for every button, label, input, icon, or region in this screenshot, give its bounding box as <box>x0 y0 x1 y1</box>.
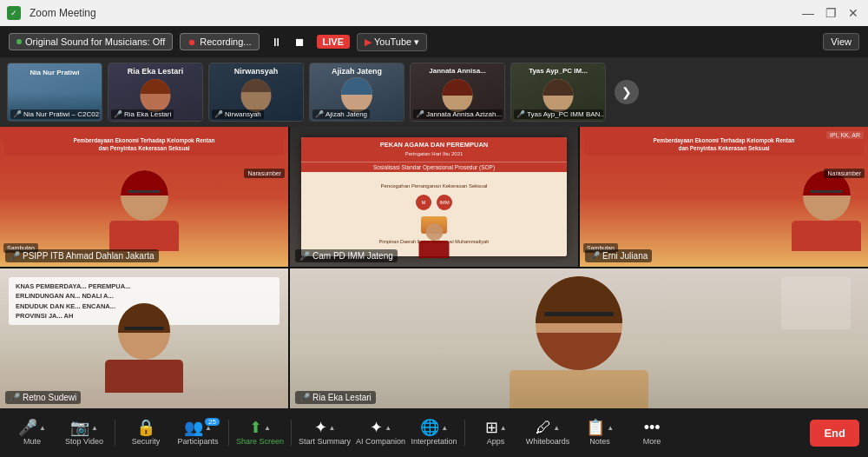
divider-2 <box>228 420 229 446</box>
minimize-button[interactable]: — <box>800 5 816 21</box>
whiteboards-label: Whiteboards <box>526 437 570 446</box>
live-badge: LIVE <box>317 35 350 49</box>
mic-muted-icon: 🎤 <box>13 110 22 118</box>
mic-muted-icon-5: 🎤 <box>516 110 525 118</box>
pause-button[interactable]: ⏸ <box>266 34 286 50</box>
participant-thumb-1[interactable]: Ria Eka Lestari 🎤 Ria Eka Lestari <box>108 63 203 122</box>
whiteboards-group[interactable]: 🖊 ▲ Whiteboards <box>524 420 571 446</box>
window-title: Zoom Meeting <box>30 7 96 19</box>
ai-icon: ✦ <box>370 420 383 435</box>
participant-thumb-0[interactable]: Nia Nur Pratiwi 🎤 Nia Nur Pratiwi – C2C0… <box>7 63 102 122</box>
whiteboard-chevron-icon: ▲ <box>553 424 560 432</box>
sound-dot <box>16 39 22 44</box>
video-cell-3: KNAS PEMBERDAYA... PEREMPUA... ERLINDUNG… <box>0 268 288 408</box>
video-cell-2: Pemberdayaan Ekonomi Terhadap Kelompok R… <box>580 127 868 267</box>
notes-group[interactable]: 📋 ▲ Notes <box>576 420 623 446</box>
divider-3 <box>291 420 292 446</box>
participant-thumb-2[interactable]: Nirwansyah 🎤 Nirwansyah <box>208 63 304 122</box>
apps-icon: ⊞ <box>485 420 498 435</box>
stop-video-group[interactable]: 📷 ▲ Stop Video <box>61 420 108 446</box>
window-controls: — ❐ ✕ <box>800 5 861 21</box>
participant-label-5: 🎤 Tyas Ayp_PC IMM BAN... <box>514 109 603 119</box>
more-group[interactable]: ••• More <box>628 420 675 446</box>
youtube-button[interactable]: ▶ YouTube ▾ <box>357 33 427 51</box>
summary-label: Start Summary <box>299 437 351 446</box>
pres-banner-2: Pemberdayaan Ekonomi Terhadap Kelompok R… <box>584 134 864 155</box>
mic-icon-3: 🎤 <box>10 393 20 402</box>
main-video-grid: Pemberdayaan Ekonomi Terhadap Kelompok R… <box>0 127 868 408</box>
slide-logo-2: IMM <box>437 195 452 210</box>
notes-label: Notes <box>589 437 610 446</box>
cell-label-0: 🎤 PSIPP ITB Ahmad Dahlan Jakarta <box>5 249 159 262</box>
apps-label: Apps <box>487 437 505 446</box>
close-button[interactable]: ✕ <box>845 5 861 21</box>
mic-icon-4: 🎤 <box>299 393 310 402</box>
slide-logo-1: M <box>416 195 431 210</box>
mic-muted-icon-3: 🎤 <box>315 110 324 118</box>
interpretation-label: Interpretation <box>411 437 457 446</box>
mic-icon-2: 🎤 <box>589 251 600 261</box>
ai-chevron-icon: ▲ <box>385 424 391 432</box>
stop-button[interactable]: ⏹ <box>290 34 310 50</box>
ai-companion-group[interactable]: ✦ ▲ AI Companion <box>356 420 405 446</box>
role-label-narasumber: Narasumber <box>244 169 285 178</box>
whiteboard-icon: 🖊 <box>536 420 551 435</box>
summary-group[interactable]: ✦ ▲ Start Summary <box>299 420 351 446</box>
participants-label: Participants <box>177 437 218 446</box>
participant-thumb-3[interactable]: Ajizah Jateng 🎤 Ajizah Jateng <box>309 63 404 122</box>
end-button[interactable]: End <box>810 420 859 447</box>
interpretation-chevron-icon: ▲ <box>441 424 448 432</box>
participant-label-1: 🎤 Ria Eka Lestari <box>111 109 174 119</box>
cell-label-1: 🎤 Cam PD IMM Jateng <box>295 249 398 262</box>
security-icon: 🔒 <box>136 420 155 435</box>
more-icon: ••• <box>644 420 661 435</box>
share-screen-group[interactable]: ⬆ ▲ Share Screen <box>236 420 284 446</box>
mic-icon-0: 🎤 <box>10 251 20 261</box>
share-screen-icon: ⬆ <box>249 420 262 435</box>
recording-dot-icon: ⏺ <box>187 37 196 47</box>
share-screen-label: Share Screen <box>236 437 284 446</box>
participant-thumb-4[interactable]: Jannata Annisa... 🎤 Jannata Annisa Aziza… <box>410 63 505 122</box>
video-cell-0: Pemberdayaan Ekonomi Terhadap Kelompok R… <box>0 127 288 267</box>
mic-muted-icon-4: 🎤 <box>416 110 424 118</box>
more-label: More <box>643 437 661 446</box>
view-button[interactable]: View <box>823 33 859 50</box>
sound-button[interactable]: Original Sound for Musicians: Off <box>9 33 173 50</box>
participant-thumb-5[interactable]: Tyas Ayp_PC IM... 🎤 Tyas Ayp_PC IMM BAN.… <box>510 63 606 122</box>
participant-label-0: 🎤 Nia Nur Pratiwi – C2C022... <box>10 109 100 119</box>
interpretation-group[interactable]: 🌐 ▲ Interpretation <box>411 420 457 446</box>
mute-group[interactable]: 🎤 ▲ Mute <box>9 420 56 446</box>
summary-icon: ✦ <box>314 420 327 435</box>
participants-group[interactable]: 25 👥 ▲ Participants <box>174 420 221 446</box>
mic-icon: 🎤 <box>18 420 37 435</box>
pres-banner-0: Pemberdayaan Ekonomi Terhadap Kelompok R… <box>4 134 284 155</box>
video-cell-1: PEKAN AGAMA DAN PEREMPUAN Peringatan Har… <box>290 127 578 267</box>
zoom-logo: ✓ Zoom Meeting <box>7 6 96 20</box>
bottom-toolbar: 🎤 ▲ Mute 📷 ▲ Stop Video 🔒 Security 25 👥 … <box>0 408 868 457</box>
apps-chevron-icon: ▲ <box>500 424 507 432</box>
top-toolbar: Original Sound for Musicians: Off ⏺ Reco… <box>0 26 868 57</box>
pause-stop-controls: ⏸ ⏹ <box>266 34 310 50</box>
mic-muted-icon-2: 🎤 <box>214 110 223 118</box>
mute-chevron-icon: ▲ <box>39 424 46 432</box>
role-badge-2: IPI, KK, AR <box>826 131 864 139</box>
participants-badge: 25 <box>205 418 220 426</box>
participants-icon: 👥 <box>184 420 203 435</box>
mic-icon-1: 🎤 <box>299 251 310 261</box>
apps-group[interactable]: ⊞ ▲ Apps <box>472 420 519 446</box>
video-icon: 📷 <box>70 420 89 435</box>
bg-element <box>781 277 851 329</box>
security-label: Security <box>132 437 161 446</box>
youtube-icon: ▶ <box>365 36 372 48</box>
video-cell-4: 🎤 Ria Eka Lestari <box>290 268 868 408</box>
stop-video-label: Stop Video <box>65 437 103 446</box>
share-chevron-icon: ▲ <box>264 424 271 432</box>
video-chevron-icon: ▲ <box>91 424 98 432</box>
recording-button[interactable]: ⏺ Recording... <box>180 33 259 50</box>
divider-4 <box>464 420 465 446</box>
youtube-chevron-icon: ▾ <box>414 36 419 48</box>
next-participants-button[interactable]: ❯ <box>615 80 639 104</box>
ai-label: AI Companion <box>356 437 405 446</box>
security-group[interactable]: 🔒 Security <box>122 420 169 446</box>
maximize-button[interactable]: ❐ <box>823 5 838 21</box>
